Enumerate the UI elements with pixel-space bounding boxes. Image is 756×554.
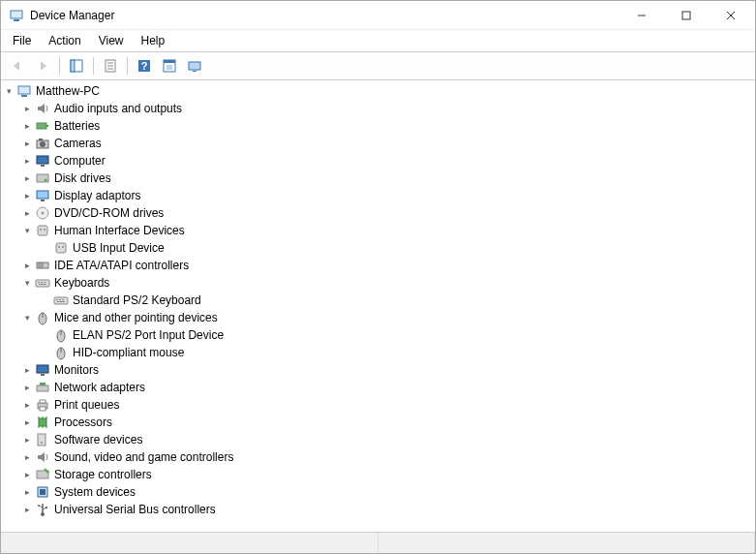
tree-item[interactable]: ▸Display adaptors [1,187,755,204]
expand-icon[interactable]: ▸ [19,118,35,134]
tree-item[interactable]: ▸Universal Serial Bus controllers [1,501,755,518]
tree-item-label: Matthew-PC [36,84,100,98]
svg-point-39 [58,246,60,248]
forward-button [32,55,53,77]
menu-action[interactable]: Action [41,32,88,49]
menu-view[interactable]: View [91,32,132,49]
tree-item-label: Disk drives [54,171,111,185]
statusbar [1,532,755,553]
toolbar-separator [59,57,60,75]
tree-item-label: Storage controllers [54,468,152,481]
svg-text:?: ? [141,60,148,72]
expand-icon[interactable]: ▸ [19,449,35,465]
svg-rect-87 [45,507,47,508]
titlebar: Device Manager [1,1,755,30]
svg-rect-15 [164,60,175,63]
tree-item-label: Network adapters [54,381,145,394]
svg-rect-38 [56,243,66,253]
svg-rect-49 [39,284,46,285]
toolbar-separator [93,57,94,75]
tree-item[interactable]: ▾Keyboards [1,274,755,292]
collapse-icon[interactable]: ▾ [19,275,35,291]
tree-item[interactable]: ▸IDE ATA/ATAPI controllers [1,257,755,274]
tree-item[interactable]: ▸Batteries [1,117,755,135]
svg-rect-67 [40,400,45,403]
tree-item[interactable]: ▸Network adapters [1,379,755,396]
svg-rect-22 [37,123,46,129]
maximize-button[interactable] [664,1,709,30]
printer-icon [35,397,50,413]
ide-icon [35,258,50,273]
tree-item[interactable]: ▸DVD/CD-ROM drives [1,204,755,222]
tree-item[interactable]: ▸Storage controllers [1,466,755,483]
expander-none [38,292,53,308]
tree-item-label: Human Interface Devices [54,224,185,237]
tree-item[interactable]: ▸Audio inputs and outputs [1,100,755,117]
svg-rect-23 [46,125,48,127]
tree-root-item[interactable]: ▾Matthew-PC [1,82,755,100]
camera-icon [35,136,50,151]
expand-icon[interactable]: ▸ [19,432,35,447]
keyboard-icon [35,275,50,291]
expand-icon[interactable]: ▸ [19,397,35,413]
help-button[interactable]: ? [134,55,155,77]
tree-item[interactable]: HID-compliant mouse [1,344,755,361]
svg-rect-31 [37,191,48,199]
expand-icon[interactable]: ▸ [19,362,35,378]
tree-item[interactable]: ELAN PS/2 Port Input Device [1,326,755,344]
svg-point-36 [40,229,42,231]
svg-point-34 [42,212,45,215]
show-hidden-devices-button[interactable] [184,55,205,77]
tree-item-label: Print queues [54,398,119,412]
svg-rect-19 [18,86,30,94]
network-icon [35,380,50,395]
collapse-icon[interactable]: ▾ [19,223,35,238]
expand-icon[interactable]: ▸ [19,188,35,203]
scan-hardware-button[interactable] [159,55,180,77]
svg-rect-26 [39,138,43,140]
expand-icon[interactable]: ▸ [19,467,35,482]
expand-icon[interactable]: ▸ [19,415,35,430]
svg-point-86 [38,505,40,507]
close-button[interactable] [709,1,753,30]
expand-icon[interactable]: ▸ [19,101,35,116]
tree-item[interactable]: ▸Software devices [1,431,755,448]
svg-rect-54 [57,301,65,302]
expand-icon[interactable]: ▸ [19,502,35,517]
expand-icon[interactable]: ▸ [19,136,35,151]
expand-icon[interactable]: ▸ [19,380,35,395]
tree-item[interactable]: ▸System devices [1,483,755,501]
mouse-icon [53,345,69,360]
expand-icon[interactable]: ▸ [19,153,35,169]
minimize-button[interactable] [620,1,664,30]
collapse-icon[interactable]: ▾ [19,310,35,325]
menu-file[interactable]: File [5,32,39,49]
properties-button[interactable] [100,55,121,77]
show-hide-console-tree-button[interactable] [66,55,87,77]
tree-item[interactable]: USB Input Device [1,239,755,257]
menu-help[interactable]: Help [134,32,173,49]
device-tree-container[interactable]: ▾Matthew-PC▸Audio inputs and outputs▸Bat… [1,80,755,532]
tree-item[interactable]: ▸Cameras [1,135,755,152]
tree-item-label: USB Input Device [73,241,165,255]
expand-icon[interactable]: ▸ [19,205,35,221]
usb-icon [35,502,50,517]
svg-rect-45 [36,280,49,287]
tree-item[interactable]: ▸Disk drives [1,169,755,187]
expand-icon[interactable]: ▸ [19,170,35,186]
svg-point-30 [45,179,47,182]
monitor-icon [35,362,50,378]
expand-icon[interactable]: ▸ [19,258,35,273]
tree-item[interactable]: ▸Print queues [1,396,755,414]
expand-icon[interactable]: ▸ [19,484,35,500]
tree-item[interactable]: ▸Computer [1,152,755,169]
tree-item[interactable]: ▸Sound, video and game controllers [1,448,755,466]
tree-item[interactable]: ▾Mice and other pointing devices [1,309,755,326]
tree-item[interactable]: ▾Human Interface Devices [1,222,755,239]
tree-item[interactable]: Standard PS/2 Keyboard [1,292,755,309]
tree-item[interactable]: ▸Processors [1,414,755,431]
svg-rect-48 [44,282,45,283]
tree-item-label: Batteries [54,119,100,133]
tree-item[interactable]: ▸Monitors [1,361,755,379]
collapse-icon[interactable]: ▾ [1,83,16,99]
